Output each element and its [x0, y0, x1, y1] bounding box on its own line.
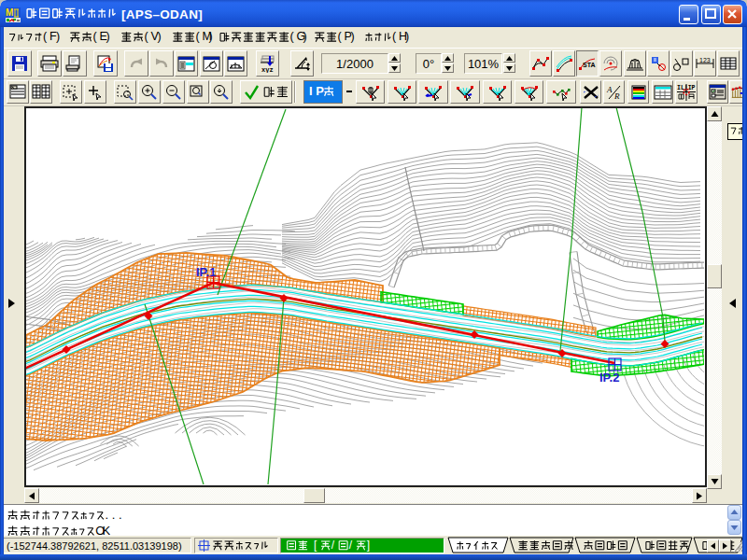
svg-text:(: (	[43, 31, 48, 43]
svg-text:(: (	[145, 31, 149, 43]
svg-text:.: .	[106, 509, 109, 522]
svg-text:): )	[209, 31, 213, 43]
svg-text:IP.1: IP.1	[196, 265, 216, 279]
svg-text:(: (	[290, 31, 295, 43]
svg-text:): )	[56, 31, 60, 43]
svg-text:): )	[158, 31, 162, 43]
svg-text:.: .	[112, 509, 116, 522]
svg-text:I: I	[309, 85, 313, 98]
svg-text:R: R	[613, 91, 620, 101]
svg-text:]: ]	[367, 539, 370, 552]
svg-text:): )	[106, 31, 110, 43]
svg-text:/: /	[349, 539, 353, 552]
svg-text:STA: STA	[583, 62, 595, 68]
svg-text:/: /	[331, 539, 335, 552]
svg-text:): )	[303, 31, 307, 43]
svg-text:): )	[351, 31, 355, 43]
svg-text:(: (	[196, 31, 201, 43]
svg-text:xyz: xyz	[261, 66, 274, 73]
svg-text:.: .	[119, 509, 122, 522]
svg-text:M: M	[6, 7, 13, 18]
svg-text:(: (	[392, 31, 397, 43]
svg-text:IP.2: IP.2	[599, 371, 619, 385]
svg-text:[: [	[314, 539, 317, 552]
svg-text:(: (	[338, 31, 343, 43]
svg-text:(: (	[93, 31, 98, 43]
svg-text:A: A	[606, 85, 613, 94]
svg-text:): )	[405, 31, 409, 43]
svg-text:P: P	[316, 85, 324, 98]
svg-text:123: 123	[699, 57, 711, 63]
